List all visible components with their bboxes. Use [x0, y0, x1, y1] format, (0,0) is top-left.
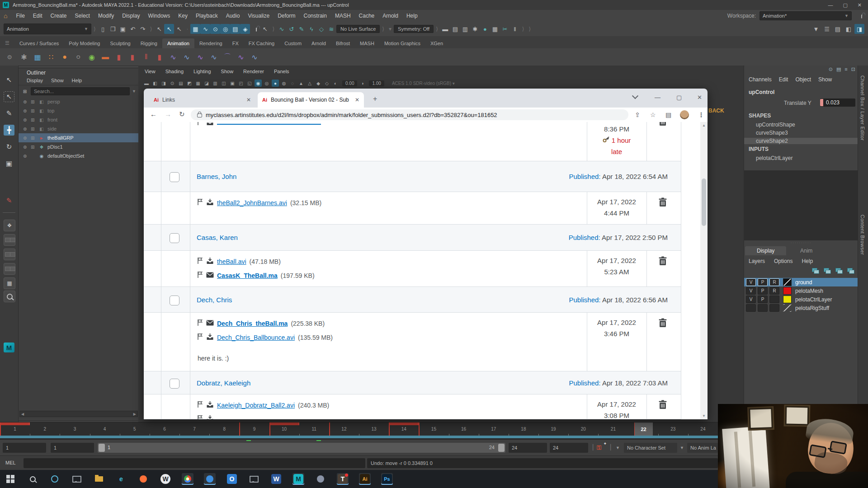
home-icon[interactable]: ⌂	[0, 12, 12, 19]
menu-cache[interactable]: Cache	[355, 13, 379, 19]
lasso-tool-icon[interactable]: ↖	[4, 91, 14, 102]
menu-deform[interactable]: Deform	[274, 13, 299, 19]
layer-playback-toggle[interactable]: P	[758, 287, 768, 295]
https-lock-icon[interactable]	[197, 113, 202, 117]
construction-history-icon[interactable]: ∿	[277, 24, 287, 34]
file-explorer-icon[interactable]	[93, 473, 105, 485]
shadows-icon[interactable]: ◆	[315, 80, 322, 87]
channel-box-icon[interactable]: ◨	[854, 24, 864, 34]
expand-circle-icon[interactable]: ⊕	[23, 99, 28, 104]
shelf-curve3-icon[interactable]: ∿	[193, 51, 207, 63]
frame-23[interactable]: 23	[658, 422, 688, 436]
cut-icon[interactable]: ✂	[500, 24, 510, 34]
2d-pan-zoom-icon[interactable]: ▤	[177, 80, 184, 87]
file-link[interactable]: Dech_Chris_Ballbounce.avi	[217, 334, 295, 341]
select-tool-icon[interactable]: ↖	[4, 75, 14, 85]
delete-file-icon[interactable]	[658, 318, 669, 329]
menu-display[interactable]: Display	[118, 13, 144, 19]
layer-display-type-toggle[interactable]	[769, 296, 779, 303]
command-input[interactable]	[24, 458, 365, 468]
scale-tool-icon[interactable]: ▣	[4, 158, 14, 169]
layer-display-type-toggle[interactable]: R	[769, 287, 779, 295]
remote-desktop-icon[interactable]	[248, 473, 260, 485]
delete-file-icon[interactable]	[658, 122, 669, 128]
layer-editor-tab-anim[interactable]: Anim	[788, 246, 824, 255]
panel-list-icon[interactable]: ⊡	[851, 66, 855, 72]
attribute-value-field[interactable]: 0.023	[820, 99, 855, 107]
shelf-curve1-icon[interactable]: ∿	[166, 51, 180, 63]
command-line-language-toggle[interactable]: MEL	[5, 460, 16, 465]
snap-grid-icon[interactable]: ▦	[190, 24, 200, 34]
delete-file-icon[interactable]	[658, 256, 669, 267]
shelf-ball-icon[interactable]: ●	[58, 51, 71, 63]
layer-visibility-toggle[interactable]: V	[746, 278, 756, 286]
browser-minimize-button[interactable]: —	[655, 94, 660, 101]
shape-node-curveShape2[interactable]: curveShape2	[744, 138, 868, 144]
new-layer-selected-icon[interactable]	[824, 268, 831, 273]
menu-constrain[interactable]: Constrain	[300, 13, 331, 19]
gamma-field[interactable]: 1.00	[369, 80, 384, 86]
shelf-gear-icon[interactable]: ✱	[17, 51, 31, 63]
menu-file[interactable]: File	[12, 13, 28, 19]
hik-character-icon[interactable]: ☰	[822, 24, 832, 34]
workspace-select[interactable]: Animation*▼	[760, 11, 852, 20]
select-object-icon[interactable]: ↖	[164, 24, 174, 34]
outliner-item-top[interactable]: ⊕⊞◧top	[19, 106, 139, 115]
layout-two-icon[interactable]	[4, 249, 15, 260]
menu-help[interactable]: Help	[402, 13, 422, 19]
shelf-menu-icon[interactable]: ☰	[0, 38, 14, 48]
shelf-ring-icon[interactable]: ○	[71, 51, 85, 63]
panel-menu-renderer[interactable]: Renderer	[243, 69, 264, 74]
task-view-icon[interactable]	[71, 473, 83, 485]
file-link[interactable]: Kaeleigh_Dobratz_Ball2.avi	[217, 402, 295, 409]
image-plane-icon[interactable]: ⊙	[169, 80, 176, 87]
symmetry-field[interactable]: Symmetry: Off	[394, 25, 434, 33]
notification-app-icon[interactable]: T	[337, 473, 349, 485]
file-link[interactable]: Dech_Chris_theBall.ma	[217, 320, 288, 327]
minimize-button[interactable]: —	[828, 2, 833, 8]
shelf-tab-arnold[interactable]: Arnold	[307, 38, 331, 48]
shelf-tab-rigging[interactable]: Rigging	[136, 38, 162, 48]
layer-color-swatch[interactable]	[783, 296, 792, 303]
lighting-icon[interactable]: △	[306, 80, 313, 87]
panel-menu-view[interactable]: View	[145, 69, 156, 74]
outliner-item-defaultObjectSet[interactable]: ⊕◉defaultObjectSet	[19, 151, 139, 160]
shelf-tab-xgen[interactable]: XGen	[425, 38, 448, 48]
expand-circle-icon[interactable]: ⊕	[23, 108, 28, 113]
outliner-search-dropdown-icon[interactable]: ▼	[132, 89, 136, 94]
layer-color-swatch[interactable]	[783, 278, 792, 286]
shelf-curve5-icon[interactable]: ⌒	[221, 51, 234, 63]
select-hierarchy-icon[interactable]: ↖	[154, 24, 164, 34]
layer-options-icon[interactable]	[847, 268, 854, 273]
channel-box-menu-edit[interactable]: Edit	[779, 76, 788, 83]
time-slider[interactable]: 123456789101112131415161718192021232422	[0, 422, 718, 436]
flag-icon[interactable]	[197, 333, 203, 342]
delete-file-icon[interactable]	[658, 400, 669, 411]
layer-playback-toggle[interactable]	[758, 304, 768, 312]
lock-selection-icon[interactable]	[250, 24, 260, 34]
bookmark-icon[interactable]: ◨	[160, 80, 167, 87]
screen-space-ao-icon[interactable]: ◇	[323, 80, 330, 87]
frame-5[interactable]: 5	[120, 422, 150, 436]
discord-icon[interactable]	[315, 473, 326, 485]
select-component-icon[interactable]: ↖	[174, 24, 184, 34]
shelf-clip-icon[interactable]: ▬	[99, 51, 112, 63]
smooth-icon[interactable]: ≋	[326, 24, 336, 34]
outliner-item-theBallGRP[interactable]: ⊕⊞►theBallGRP	[19, 133, 139, 142]
undo-icon[interactable]: ↶	[128, 24, 138, 34]
expand-box-icon[interactable]: ⊞	[31, 99, 36, 104]
layout-grid-icon[interactable]: ▦	[4, 277, 15, 289]
scrollbar-thumb[interactable]	[702, 178, 706, 226]
shelf-curve7-icon[interactable]: ∿	[248, 51, 261, 63]
back-icon[interactable]: ←	[150, 110, 157, 118]
expand-box-icon[interactable]: ⊞	[31, 127, 36, 131]
scroll-down-icon[interactable]: ▼	[702, 414, 706, 418]
expand-circle-icon[interactable]: ⊕	[23, 127, 28, 131]
student-name-link[interactable]: Barnes, John	[197, 173, 236, 180]
search-button[interactable]	[27, 473, 38, 485]
anim-layer-dropdown-icon[interactable]: ▼	[680, 446, 684, 450]
cortana-icon[interactable]	[49, 473, 61, 485]
use-default-material-icon[interactable]: ◍	[280, 80, 288, 87]
move-tool-icon[interactable]: ╋	[4, 125, 14, 136]
menu-key[interactable]: Key	[174, 13, 192, 19]
